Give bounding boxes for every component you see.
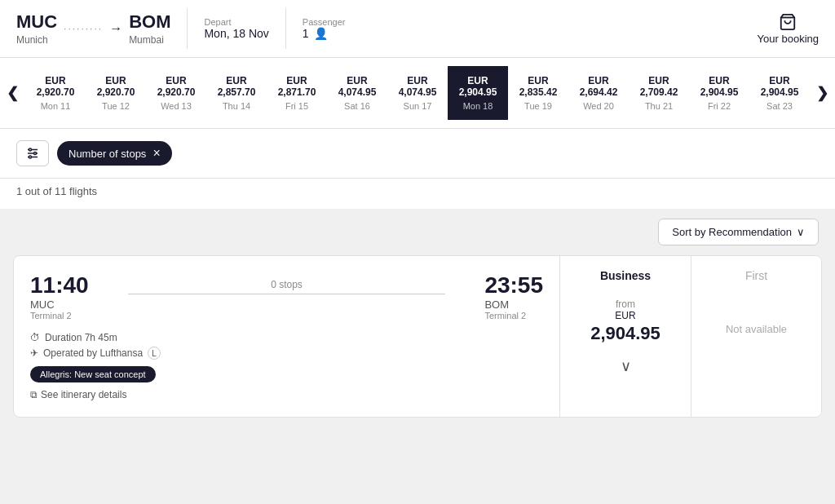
sort-bar: Sort by Recommendation ∨ xyxy=(0,209,835,255)
flight-middle: 0 stops xyxy=(89,272,485,294)
seat-concept-badge[interactable]: Allegris: New seat concept xyxy=(30,366,156,382)
sort-chevron-icon: ∨ xyxy=(797,226,805,238)
departure-terminal: Terminal 2 xyxy=(30,311,89,321)
number-of-stops-chip[interactable]: Number of stops × xyxy=(57,141,172,166)
business-label: Business xyxy=(600,269,651,282)
flight-details: ⏱ Duration 7h 45m ✈ Operated by Lufthans… xyxy=(30,332,543,382)
fare-columns: Business from EUR 2,904.95 ∨ First Not a… xyxy=(559,256,821,417)
route-dots-icon: ········· xyxy=(64,23,103,34)
business-chevron-icon[interactable]: ∨ xyxy=(621,357,631,375)
header: MUC Munich ········· → BOM Mumbai Depart… xyxy=(0,0,835,58)
business-fare-price: 2,904.95 xyxy=(590,323,660,344)
fare-from-label: from xyxy=(616,298,635,310)
itinerary-label: See itinerary details xyxy=(41,389,126,400)
date-cell-9[interactable]: EUR2,694.42 Wed 20 xyxy=(568,66,629,120)
depart-info: Depart Mon, 18 Nov xyxy=(204,17,268,40)
duration-row: ⏱ Duration 7h 45m xyxy=(30,332,543,343)
date-cell-10[interactable]: EUR2,709.42 Thu 21 xyxy=(629,66,689,120)
passenger-row: 1 👤 xyxy=(303,27,346,40)
arrival-terminal: Terminal 2 xyxy=(484,311,543,321)
clock-icon: ⏱ xyxy=(30,332,40,343)
plane-icon: ✈ xyxy=(30,347,38,359)
origin-code: MUC xyxy=(16,11,57,33)
date-cell-4[interactable]: EUR2,871.70 Fri 15 xyxy=(267,66,327,120)
sort-label: Sort by Recommendation xyxy=(672,226,792,238)
date-cell-6[interactable]: EUR4,074.95 Sun 17 xyxy=(387,66,448,120)
origin-block: MUC Munich xyxy=(16,11,57,46)
passenger-label: Passenger xyxy=(303,17,346,27)
date-cell-1[interactable]: EUR2,920.70 Tue 12 xyxy=(86,66,146,120)
operator-row: ✈ Operated by Lufthansa L xyxy=(30,347,543,360)
destination-city: Mumbai xyxy=(129,34,170,46)
destination-block: BOM Mumbai xyxy=(129,11,170,46)
flight-times: 11:40 MUC Terminal 2 0 stops 23:55 BOM T… xyxy=(30,272,543,321)
sort-button[interactable]: Sort by Recommendation ∨ xyxy=(658,219,819,245)
date-grid-container: ❮ EUR2,920.70 Mon 11 EUR2,920.70 Tue 12 … xyxy=(0,58,835,129)
date-cell-12[interactable]: EUR2,904.95 Sat 23 xyxy=(749,66,810,120)
next-date-button[interactable]: ❯ xyxy=(810,66,835,120)
arrival-block: 23:55 BOM Terminal 2 xyxy=(484,272,543,321)
lufthansa-icon: L xyxy=(148,347,161,360)
depart-label: Depart xyxy=(204,17,268,27)
booking-label: Your booking xyxy=(758,33,819,45)
date-grid: ❮ EUR2,920.70 Mon 11 EUR2,920.70 Tue 12 … xyxy=(0,66,835,120)
route-arrow-icon: → xyxy=(109,21,122,36)
filter-sliders-icon xyxy=(25,146,40,161)
first-class-fare-column: First Not available xyxy=(691,256,821,417)
date-cell-8[interactable]: EUR2,835.42 Tue 19 xyxy=(508,66,568,120)
cart-icon xyxy=(779,13,797,31)
business-fare-column[interactable]: Business from EUR 2,904.95 ∨ xyxy=(560,256,691,417)
itinerary-icon: ⧉ xyxy=(30,389,38,400)
flight-card: 11:40 MUC Terminal 2 0 stops 23:55 BOM T… xyxy=(13,255,822,418)
filter-bar: Number of stops × xyxy=(0,129,835,179)
passenger-info: Passenger 1 👤 xyxy=(303,17,346,40)
date-cell-2[interactable]: EUR2,920.70 Wed 13 xyxy=(146,66,206,120)
departure-time: 11:40 xyxy=(30,272,89,298)
results-count: 1 out of 11 flights xyxy=(16,185,97,197)
header-divider-2 xyxy=(285,8,286,49)
operated-label: Operated by Lufthansa xyxy=(43,347,143,359)
prev-date-button[interactable]: ❮ xyxy=(0,66,25,120)
chip-close-icon[interactable]: × xyxy=(152,146,160,161)
date-cell-11[interactable]: EUR2,904.95 Fri 22 xyxy=(689,66,749,120)
flight-route-line xyxy=(128,294,445,294)
header-divider-1 xyxy=(187,8,188,49)
stops-label: 0 stops xyxy=(271,279,303,290)
flight-main: 11:40 MUC Terminal 2 0 stops 23:55 BOM T… xyxy=(14,256,559,417)
date-cell-7[interactable]: EUR2,904.95 Mon 18 xyxy=(448,66,508,120)
departure-block: 11:40 MUC Terminal 2 xyxy=(30,272,89,321)
passenger-count: 1 xyxy=(303,27,309,40)
results-info: 1 out of 11 flights xyxy=(0,179,835,209)
arrival-airport: BOM xyxy=(484,298,543,311)
svg-point-6 xyxy=(29,156,32,158)
svg-point-4 xyxy=(29,148,32,151)
badge-row: Allegris: New seat concept xyxy=(30,366,543,382)
itinerary-link[interactable]: ⧉ See itinerary details xyxy=(30,389,543,400)
svg-point-5 xyxy=(34,153,37,155)
date-cell-3[interactable]: EUR2,857.70 Thu 14 xyxy=(206,66,267,120)
arrival-time: 23:55 xyxy=(484,272,543,298)
fare-currency: EUR xyxy=(615,310,635,321)
filter-icon-button[interactable] xyxy=(16,140,49,166)
destination-code: BOM xyxy=(129,11,170,33)
your-booking-button[interactable]: Your booking xyxy=(758,13,819,45)
route-info: MUC Munich ········· → BOM Mumbai xyxy=(16,11,170,46)
passenger-icon: 👤 xyxy=(314,27,328,40)
origin-city: Munich xyxy=(16,34,57,46)
duration-label: Duration 7h 45m xyxy=(45,332,117,343)
date-cell-0[interactable]: EUR2,920.70 Mon 11 xyxy=(25,66,86,120)
depart-value: Mon, 18 Nov xyxy=(204,27,268,40)
not-available-label: Not available xyxy=(726,323,787,335)
first-label: First xyxy=(745,269,767,282)
date-cell-5[interactable]: EUR4,074.95 Sat 16 xyxy=(327,66,387,120)
departure-airport: MUC xyxy=(30,298,89,311)
chip-label: Number of stops xyxy=(68,148,146,160)
